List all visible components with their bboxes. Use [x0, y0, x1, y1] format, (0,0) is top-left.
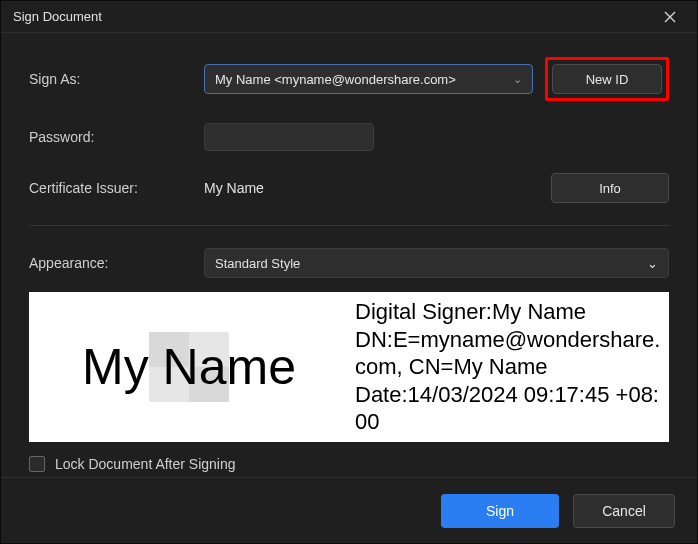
close-icon[interactable] [655, 2, 685, 32]
signature-preview-name-area: My Name [29, 292, 349, 442]
signature-preview: My Name Digital Signer:My Name DN:E=myna… [29, 292, 669, 442]
info-button[interactable]: Info [551, 173, 669, 203]
appearance-label: Appearance: [29, 255, 204, 271]
divider [29, 225, 669, 226]
chevron-down-icon: ⌄ [647, 256, 658, 271]
sign-as-selected: My Name <myname@wondershare.com> [215, 72, 456, 87]
signature-date-line: Date:14/03/2024 09:17:45 +08:00 [355, 381, 663, 436]
sign-document-dialog: Sign Document Sign As: My Name <myname@w… [0, 0, 698, 544]
chevron-down-icon: ⌄ [513, 73, 522, 86]
dialog-footer: Sign Cancel [1, 477, 697, 543]
cancel-button[interactable]: Cancel [573, 494, 675, 528]
appearance-dropdown[interactable]: Standard Style ⌄ [204, 248, 669, 278]
password-input[interactable] [204, 123, 374, 151]
cert-issuer-label: Certificate Issuer: [29, 180, 204, 196]
new-id-highlight: New ID [545, 57, 669, 101]
sign-as-dropdown[interactable]: My Name <myname@wondershare.com> ⌄ [204, 64, 533, 94]
lock-label: Lock Document After Signing [55, 456, 236, 472]
signature-signer-line: Digital Signer:My Name [355, 298, 663, 326]
password-label: Password: [29, 129, 204, 145]
sign-button[interactable]: Sign [441, 494, 559, 528]
new-id-button[interactable]: New ID [552, 64, 662, 94]
lock-checkbox[interactable] [29, 456, 45, 472]
dialog-body: Sign As: My Name <myname@wondershare.com… [1, 33, 697, 477]
appearance-selected: Standard Style [215, 256, 300, 271]
window-title: Sign Document [13, 9, 102, 24]
titlebar: Sign Document [1, 1, 697, 33]
sign-as-label: Sign As: [29, 71, 204, 87]
signature-details: Digital Signer:My Name DN:E=myname@wonde… [349, 292, 669, 442]
signature-name: My Name [82, 338, 296, 396]
cert-issuer-value: My Name [204, 180, 264, 196]
signature-dn-line: DN:E=myname@wondershare.com, CN=My Name [355, 326, 663, 381]
